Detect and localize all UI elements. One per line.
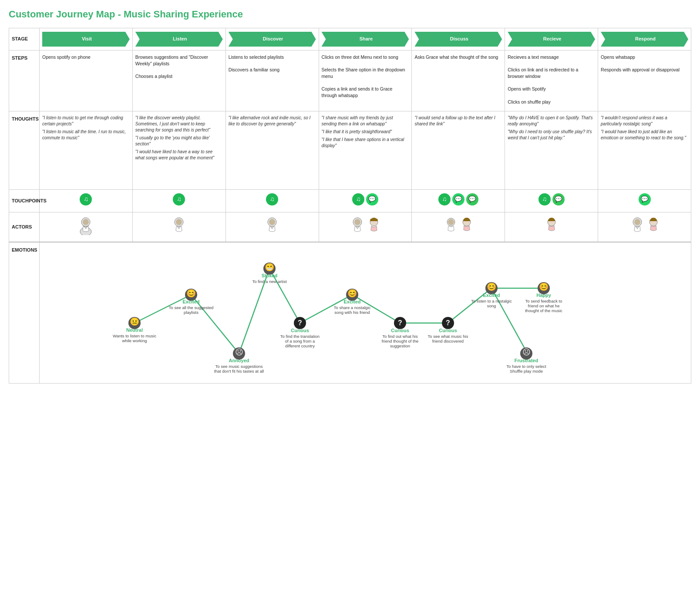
steps-discover: Listens to selected playlists Discovers … — [225, 50, 319, 111]
actors-respond — [598, 212, 691, 242]
touchpoints-row: TOUCHPOINTS ♫ ♫ ♫ ♫ 💬 ♫ 💬 — [9, 190, 691, 212]
actors-visit — [40, 212, 133, 242]
emotions-chart-cell: 😐 Neutral Wants to listen to music while… — [40, 242, 691, 384]
emotion-desc-excited-recieve-2: song — [487, 303, 496, 308]
svg-point-8 — [176, 219, 182, 225]
emotion-icon-frustrated: ☹ — [522, 348, 531, 357]
emotion-desc-stoked: To find a new artist — [252, 279, 287, 284]
emotion-desc-curious-recieve: To see what music his — [428, 334, 468, 339]
stage-visit-arrow: Visit — [42, 32, 130, 47]
emotion-desc-curious-recieve-2: friend discovered — [432, 339, 464, 343]
avatar-female — [367, 216, 381, 235]
emotion-desc-happy: To send feedback to — [525, 299, 562, 303]
thought-item: "I listen to music all the time. I run t… — [42, 129, 130, 141]
step-item: Opens spotify on phone — [42, 54, 130, 61]
emotion-desc-happy-3: thought of the music — [525, 308, 562, 313]
thought-item: "I would have liked to just add like an … — [601, 129, 688, 141]
emotion-icon-excited-recieve: 😊 — [487, 282, 497, 292]
svg-point-25 — [634, 219, 640, 225]
thought-item: "I listen to music to get me through cod… — [42, 115, 130, 127]
thought-item: "I would have liked to have a way to see… — [135, 149, 223, 161]
step-item: Browses suggestions and "Discover Weekly… — [135, 54, 223, 67]
emotion-desc-excited-recieve: To listen to a nostalgic — [471, 299, 512, 303]
avatar-female — [647, 216, 660, 235]
stage-row: STAGE Visit Listen Discover Share Discus… — [9, 28, 691, 50]
steps-listen: Browses suggestions and "Discover Weekly… — [132, 50, 225, 111]
stage-discover: Discover — [225, 28, 319, 50]
emotion-desc-frustrated: To have to only select — [506, 364, 546, 369]
emotions-row: EMOTIONS 😐 Neutral Wants to listen to mu… — [9, 242, 691, 384]
spotify-icon: ♫ — [266, 193, 278, 205]
avatar-male — [349, 216, 366, 235]
emotion-icon-curious-recieve: ? — [446, 319, 450, 327]
touchpoints-discover: ♫ — [225, 190, 319, 212]
emotion-name-excited-share: Excited — [343, 299, 360, 304]
svg-point-2 — [83, 219, 89, 225]
thoughts-recieve: "Why do I HAVE to open it on Spotify. Th… — [505, 111, 598, 190]
thought-item: "Why do I need to only use shuffle play?… — [508, 129, 595, 141]
thought-item: "I usually go to the 'you might also lik… — [135, 135, 223, 147]
svg-point-16 — [354, 219, 360, 225]
emotion-desc-excited-listen: To see all the suggested — [169, 305, 213, 310]
steps-visit: Opens spotify on phone — [40, 50, 133, 111]
emotion-name-excited-listen: Excited — [182, 299, 199, 304]
journey-map-table: STAGE Visit Listen Discover Share Discus… — [9, 28, 691, 384]
steps-discuss: Asks Grace what she thought of the song — [412, 50, 505, 111]
steps-label: STEPS — [9, 50, 40, 111]
thought-item: "I wouldn't respond unless it was a part… — [601, 115, 688, 127]
emotion-desc-annoyed: To see music suggestions — [215, 364, 263, 369]
emotion-name-annoyed: Annoyed — [229, 358, 249, 363]
actors-share — [319, 212, 412, 242]
avatar-male — [77, 216, 94, 235]
steps-row: STEPS Opens spotify on phone Browses sug… — [9, 50, 691, 111]
actors-label: ACTORS — [9, 212, 40, 242]
whatsapp-icon: 💬 — [366, 193, 378, 205]
emotion-desc-happy-2: friend on what he — [528, 303, 560, 308]
svg-point-21 — [448, 219, 454, 225]
emotion-desc-annoyed-2: that don't fit his tastes at all — [214, 369, 264, 374]
step-item: Opens with Spotify — [508, 86, 595, 92]
thoughts-row: THOUGHTS "I listen to music to get me th… — [9, 111, 691, 190]
emotions-chart: 😐 Neutral Wants to listen to music while… — [40, 242, 691, 382]
step-item: Chooses a playlist — [135, 73, 223, 80]
emotion-name-curious-discuss: Curious — [391, 328, 409, 333]
emotion-name-curious-discover: Curious — [291, 328, 309, 333]
emotion-name-neutral: Neutral — [126, 327, 143, 333]
svg-point-12 — [269, 219, 275, 225]
touchpoints-discuss: ♫ 💬 💬 — [412, 190, 505, 212]
step-item: Responds with approval or disapproval — [601, 67, 688, 73]
avatar-male — [443, 216, 459, 235]
thoughts-respond: "I wouldn't respond unless it was a part… — [598, 111, 691, 190]
emotion-desc-frustrated-2: Shuffle play mode — [510, 369, 543, 374]
avatar-male — [629, 216, 646, 235]
touchpoints-label: TOUCHPOINTS — [9, 190, 40, 212]
stage-share: Share — [319, 28, 412, 50]
step-item: Copies a link and sends it to Grace thro… — [322, 86, 409, 98]
steps-recieve: Recieves a text message Clicks on link a… — [505, 50, 598, 111]
stage-respond: Respond — [598, 28, 691, 50]
emotion-name-curious-recieve: Curious — [439, 328, 457, 333]
steps-respond: Opens whatsapp Responds with approval or… — [598, 50, 691, 111]
emotion-icon-excited-listen: 😊 — [186, 289, 196, 298]
imessage-icon: 💬 — [552, 193, 565, 205]
step-item: Selects the Share option in the dropdown… — [322, 67, 409, 79]
avatar-male — [171, 216, 187, 235]
thought-item: "I like alternative rock and indie music… — [229, 115, 316, 127]
step-item: Opens whatsapp — [601, 54, 688, 61]
emotion-desc-neutral-2: while working — [121, 338, 147, 343]
emotion-desc-curious-discuss-2: friend thought of the — [382, 339, 419, 343]
emotion-icon-excited-share: 😊 — [347, 289, 357, 298]
steps-share: Clicks on three dot Menu next to song Se… — [319, 50, 412, 111]
emotion-icon-happy: 😊 — [539, 282, 549, 292]
emotions-label: EMOTIONS — [9, 242, 40, 384]
emotion-icon-curious-discuss: ? — [398, 319, 402, 327]
step-item: Discovers a familiar song — [229, 67, 316, 73]
emotion-name-excited-recieve: Excited — [483, 293, 500, 298]
emotion-icon-neutral: 😐 — [130, 317, 140, 327]
thought-item: "I would send a follow up to the text af… — [414, 115, 502, 127]
stage-recieve: Recieve — [505, 28, 598, 50]
touchpoints-recieve: ♫ 💬 — [505, 190, 598, 212]
thoughts-visit: "I listen to music to get me through cod… — [40, 111, 133, 190]
touchpoints-listen: ♫ — [132, 190, 225, 212]
thought-item: "I like the discover weekly playlist. So… — [135, 115, 223, 133]
